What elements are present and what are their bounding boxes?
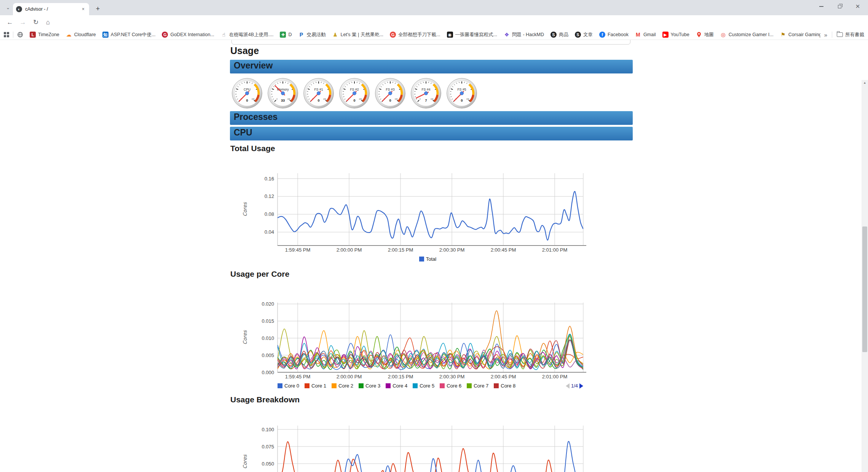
bookmark-item[interactable]: ♟Let's 業 | 天然果乾... (332, 32, 384, 38)
gauge-cpu: CPU01000 (231, 78, 263, 109)
y-axis-title: Cores (242, 454, 248, 469)
bookmark-favicon-icon: ⚑ (780, 32, 786, 38)
legend-swatch (494, 383, 499, 388)
bookmark-item[interactable]: ⚑Corsair Gaming 海... (780, 32, 820, 38)
bookmark-item[interactable]: ◎Customize Gamer I... (720, 32, 774, 38)
bookmark-item[interactable]: G全部都想手刀下載... (390, 32, 440, 38)
bookmark-item[interactable]: ▶YouTube (662, 32, 689, 38)
bookmarks-right-cluster: » 所有書籤 (824, 32, 864, 38)
y-axis-tick-label: 0.075 (262, 444, 274, 450)
restore-button[interactable] (835, 2, 844, 11)
tab-close-icon[interactable]: × (80, 6, 86, 13)
legend-next-page-arrow[interactable] (579, 383, 583, 389)
chart-legend: Core 0Core 1Core 2Core 3Core 4Core 5Core… (278, 383, 583, 389)
gauge-value: 7 (425, 99, 427, 102)
y-axis-tick-label: 0.000 (262, 370, 274, 375)
bookmark-item[interactable]: P交易活動 (298, 32, 326, 38)
minimize-button[interactable] (817, 2, 825, 11)
gauge-value: 0 (353, 99, 355, 102)
x-axis-tick-label: 2:00:00 PM (337, 247, 362, 253)
section-header-processes: Processes (230, 111, 633, 125)
scrollbar-thumb[interactable] (862, 226, 867, 352)
container-search-input[interactable] (231, 40, 630, 45)
bookmark-favicon-icon: P (298, 32, 305, 38)
close-button[interactable]: ✕ (854, 2, 862, 11)
page-content: Usage Overview CPU01000Memory010033FS #1… (0, 40, 868, 472)
bookmark-item[interactable]: LTimeZone (30, 32, 59, 38)
bookmark-item[interactable]: S商品 (550, 32, 568, 38)
bookmark-item[interactable]: ✚D (280, 32, 292, 38)
back-button[interactable]: ← (5, 17, 15, 28)
bookmarks-overflow-chevron[interactable]: » (824, 32, 827, 38)
bookmark-label: Cloudflare (74, 32, 96, 37)
svg-text:100: 100 (359, 98, 362, 100)
bookmark-item[interactable]: S文章 (575, 32, 593, 38)
bookmark-item[interactable]: 地圖 (696, 32, 714, 38)
legend-item: Core 7 (467, 383, 488, 389)
legend-swatch (305, 383, 310, 388)
browser-window: ⌄ ◐ cAdvisor - / × + ✕ ← → ↻ ⌂ i localho… (0, 0, 868, 472)
home-button[interactable]: ⌂ (43, 17, 53, 28)
bookmark-item[interactable]: ❖問題 - HackMD (504, 32, 544, 38)
chart-svg: 0.040.080.120.161:59:45 PM2:00:00 PM2:00… (230, 164, 595, 253)
page-scrollbar[interactable]: ▲ ▼ (862, 80, 868, 472)
bookmark-favicon-icon: ♟ (332, 32, 338, 38)
x-axis-tick-label: 2:00:30 PM (439, 374, 465, 380)
gauge-label: CPU (244, 88, 251, 91)
series-line (278, 442, 583, 472)
apps-grid-icon[interactable] (4, 32, 9, 37)
tab-title: cAdvisor - / (25, 6, 80, 12)
bookmark-item[interactable]: MGmail (635, 32, 656, 38)
legend-label: Core 6 (447, 383, 461, 389)
bookmark-favicon-icon: ❖ (504, 32, 510, 38)
bookmark-favicon-icon: G (162, 32, 168, 38)
all-bookmarks-button[interactable]: 所有書籤 (837, 32, 864, 38)
svg-text:100: 100 (323, 98, 326, 100)
bookmark-favicon-icon: M (635, 32, 641, 38)
gauge-value: 0 (389, 99, 391, 102)
bookmark-favicon-icon: ☝ (221, 32, 227, 38)
bookmark-favicon-icon: L (30, 32, 36, 38)
x-axis-tick-label: 2:00:30 PM (439, 247, 465, 253)
legend-label: Core 2 (338, 383, 353, 389)
legend-label: Core 1 (311, 383, 326, 389)
y-axis-tick-label: 0.010 (262, 335, 274, 341)
legend-label: Core 3 (365, 383, 380, 389)
window-controls: ✕ (817, 0, 865, 13)
bookmark-item[interactable] (17, 32, 23, 38)
active-tab[interactable]: ◐ cAdvisor - / × (13, 3, 89, 15)
legend-swatch (413, 383, 418, 388)
total-usage-heading: Total Usage (230, 144, 275, 153)
series-line (278, 191, 583, 240)
bookmark-label: 在樹莓派4B上使用.... (229, 32, 274, 38)
scrollbar-up-arrow[interactable]: ▲ (862, 80, 868, 86)
legend-label: Core 4 (393, 383, 407, 389)
bookmarks-bar: LTimeZone☁Cloudflare知ASP.NET Core中使...GG… (0, 30, 868, 40)
folder-icon (837, 32, 843, 37)
bookmark-item[interactable]: fFacebook (599, 32, 629, 38)
bookmark-item[interactable]: GGoDEX Internation... (162, 32, 214, 38)
legend-item: Core 1 (305, 383, 326, 389)
legend-item: Core 5 (413, 383, 434, 389)
chart-svg: 0.0000.0050.0100.0150.0201:59:45 PM2:00:… (230, 300, 595, 380)
chart-legend: Total (278, 256, 583, 262)
gauge-fs-4: FS #401007 (410, 78, 442, 109)
series-line (278, 441, 583, 472)
legend-label: Core 8 (501, 383, 515, 389)
bookmark-item[interactable]: ☝在樹莓派4B上使用.... (221, 32, 274, 38)
bookmark-item[interactable]: 知ASP.NET Core中使... (102, 32, 156, 38)
bookmark-item[interactable]: ☁Cloudflare (66, 32, 96, 38)
reload-button[interactable]: ↻ (30, 17, 41, 28)
new-tab-button[interactable]: + (93, 4, 103, 14)
tab-search-chevron-icon[interactable]: ⌄ (5, 5, 11, 11)
svg-text:100: 100 (431, 98, 434, 100)
bookmark-label: Gmail (643, 32, 656, 37)
bookmark-label: 全部都想手刀下載... (398, 32, 440, 38)
legend-label: Core 7 (474, 383, 488, 389)
forward-button[interactable]: → (18, 17, 28, 28)
y-axis-tick-label: 0.005 (262, 352, 274, 358)
bookmark-label: D (288, 32, 292, 37)
bookmark-item[interactable]: ◉一張圖看懂寫程式... (447, 32, 497, 38)
legend-prev-page-arrow[interactable] (566, 383, 570, 389)
bookmark-label: Corsair Gaming 海... (788, 32, 820, 38)
